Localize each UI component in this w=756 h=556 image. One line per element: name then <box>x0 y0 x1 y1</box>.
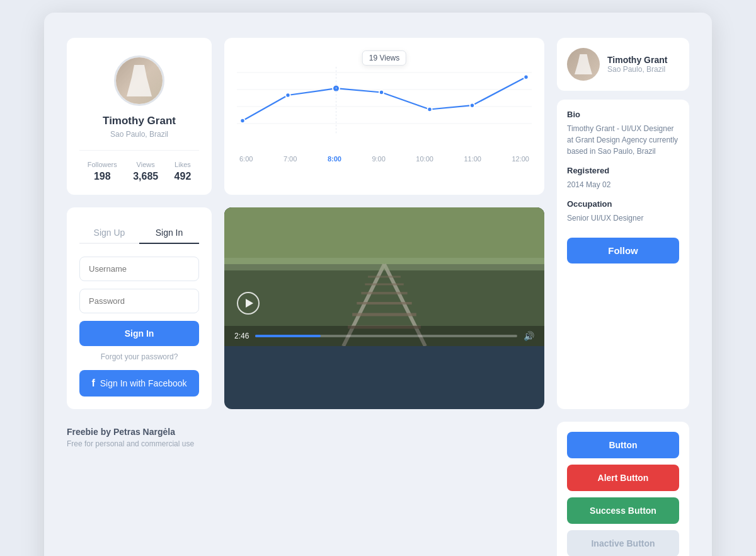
bio-section: Bio Timothy Grant - UI/UX Designer at Gr… <box>567 110 679 157</box>
follow-button[interactable]: Follow <box>567 238 679 264</box>
signin-tabs: Sign Up Sign In <box>79 223 199 244</box>
progress-bar[interactable] <box>255 335 517 337</box>
chart-labels: 6:00 7:00 8:00 9:00 10:00 11:00 12:00 <box>237 151 532 163</box>
button-primary[interactable]: Button <box>567 432 679 458</box>
tab-signin[interactable]: Sign In <box>139 223 199 244</box>
occupation-title: Occupation <box>567 199 679 209</box>
mini-avatar-image <box>575 54 592 74</box>
svg-point-9 <box>470 103 474 108</box>
svg-rect-21 <box>224 258 544 270</box>
play-icon <box>246 299 253 308</box>
views-label: Views <box>133 161 158 168</box>
tab-signup[interactable]: Sign Up <box>79 223 139 244</box>
video-time: 2:46 <box>234 332 249 340</box>
chart-label-4: 9:00 <box>372 155 385 163</box>
footer-subtitle: Free for personal and commercial use <box>67 439 212 448</box>
facebook-signin-button[interactable]: f Sign In with Facebook <box>79 370 199 397</box>
signin-card: Sign Up Sign In Sign In Forgot your pass… <box>67 207 212 409</box>
likes-label: Likes <box>175 161 192 168</box>
chart-tooltip: 19 Views <box>362 50 406 66</box>
registered-value: 2014 May 02 <box>567 179 679 190</box>
profile-stats: Followers 198 Views 3,685 Likes 492 <box>79 150 199 182</box>
video-card: 2:46 🔊 <box>224 207 544 409</box>
chart-label-5: 10:00 <box>416 155 433 163</box>
chart-label-2: 7:00 <box>284 155 297 163</box>
mini-avatar <box>567 48 600 81</box>
svg-point-8 <box>427 107 432 112</box>
railway-tracks <box>224 207 544 346</box>
svg-point-7 <box>379 90 384 95</box>
video-controls: 2:46 🔊 <box>224 326 544 346</box>
footer: Freebie by Petras Nargėla Free for perso… <box>67 422 212 556</box>
stat-likes: Likes 492 <box>175 161 192 182</box>
followers-value: 198 <box>88 171 117 182</box>
password-input[interactable] <box>79 289 199 313</box>
button-alert[interactable]: Alert Button <box>567 465 679 491</box>
chart-svg <box>237 57 532 145</box>
mini-info: Timothy Grant Sao Paulo, Brazil <box>607 55 667 74</box>
profile-name: Timothy Grant <box>79 115 199 127</box>
signin-button[interactable]: Sign In <box>79 321 199 346</box>
railway-svg <box>224 207 544 346</box>
chart-label-3: 8:00 <box>328 155 341 163</box>
chart-label-1: 6:00 <box>239 155 253 163</box>
play-button[interactable] <box>237 292 260 315</box>
profile-card: Timothy Grant Sao Paulo, Brazil Follower… <box>67 38 212 195</box>
forgot-password-text: Forgot your password? <box>79 352 199 361</box>
facebook-btn-label: Sign In with Facebook <box>100 378 187 388</box>
registered-title: Registered <box>567 166 679 175</box>
mini-profile-name: Timothy Grant <box>607 55 667 65</box>
registered-section: Registered 2014 May 02 <box>567 166 679 190</box>
chart-label-7: 12:00 <box>512 155 529 163</box>
profile-mini-card: Timothy Grant Sao Paulo, Brazil <box>557 38 689 91</box>
facebook-icon: f <box>91 378 94 389</box>
bio-text: Timothy Grant - UI/UX Designer at Grant … <box>567 123 679 157</box>
volume-icon[interactable]: 🔊 <box>524 331 534 341</box>
username-input[interactable] <box>79 257 199 281</box>
followers-label: Followers <box>88 161 117 168</box>
button-inactive: Inactive Button <box>567 530 679 556</box>
progress-fill <box>255 335 321 337</box>
main-container: Timothy Grant Sao Paulo, Brazil Follower… <box>44 13 712 556</box>
svg-point-4 <box>240 119 244 123</box>
right-panel: Timothy Grant Sao Paulo, Brazil Bio Timo… <box>557 38 689 409</box>
mini-profile-location: Sao Paulo, Brazil <box>607 65 667 74</box>
chart-label-6: 11:00 <box>464 155 481 163</box>
bio-title: Bio <box>567 110 679 119</box>
avatar-silhouette <box>127 65 152 96</box>
svg-point-10 <box>524 75 528 79</box>
chart-area: 19 Views <box>237 50 532 151</box>
views-value: 3,685 <box>133 171 158 182</box>
occupation-value: Senior UI/UX Designer <box>567 212 679 224</box>
avatar <box>114 55 164 106</box>
chart-card: 19 Views 6:00 <box>224 38 544 195</box>
stat-followers: Followers 198 <box>88 161 117 182</box>
occupation-section: Occupation Senior UI/UX Designer <box>567 199 679 224</box>
svg-rect-13 <box>224 207 544 264</box>
likes-value: 492 <box>175 171 192 182</box>
avatar-image <box>116 57 163 104</box>
bio-card: Bio Timothy Grant - UI/UX Designer at Gr… <box>557 100 689 409</box>
profile-location: Sao Paulo, Brazil <box>79 130 199 139</box>
button-success[interactable]: Success Button <box>567 497 679 524</box>
video-thumbnail: 2:46 🔊 <box>224 207 544 346</box>
buttons-card: Button Alert Button Success Button Inact… <box>557 422 689 556</box>
stat-views: Views 3,685 <box>133 161 158 182</box>
footer-title: Freebie by Petras Nargėla <box>67 427 212 437</box>
svg-point-5 <box>285 93 290 97</box>
